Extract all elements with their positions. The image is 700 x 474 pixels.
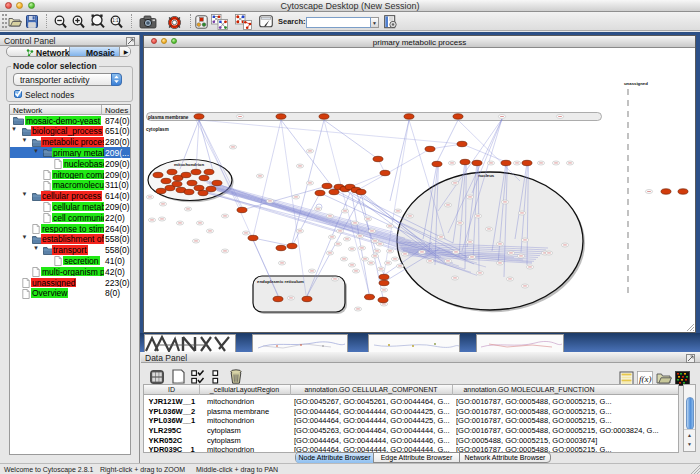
svg-text:nucleus: nucleus	[478, 173, 495, 178]
svg-text:f(x): f(x)	[639, 374, 652, 384]
svg-text:unassigned: unassigned	[624, 81, 648, 86]
svg-text:endoplasmic reticulum: endoplasmic reticulum	[257, 279, 304, 284]
svg-text:mitochondrion: mitochondrion	[174, 162, 204, 167]
svg-text:1:1: 1:1	[112, 18, 119, 23]
svg-text:plasma membrane: plasma membrane	[148, 115, 189, 120]
svg-text:cytoplasm: cytoplasm	[146, 127, 169, 132]
